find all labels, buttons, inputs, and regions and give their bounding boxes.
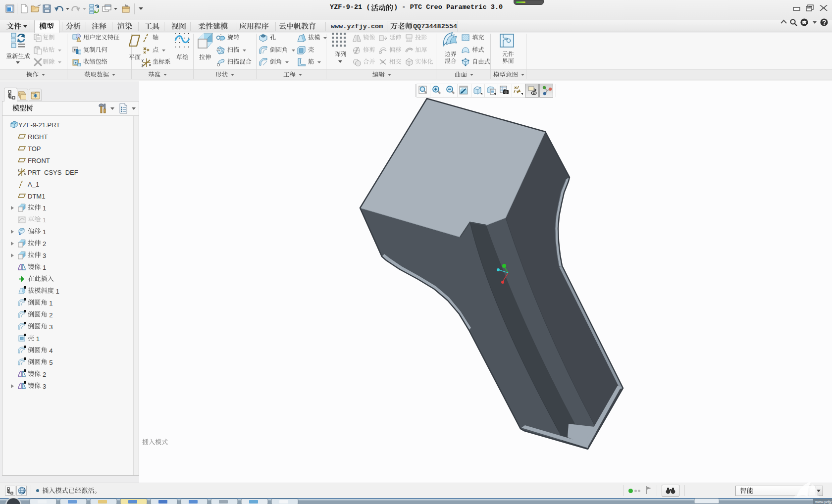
svg-text:www.yzfjy: www.yzfjy xyxy=(815,500,832,504)
